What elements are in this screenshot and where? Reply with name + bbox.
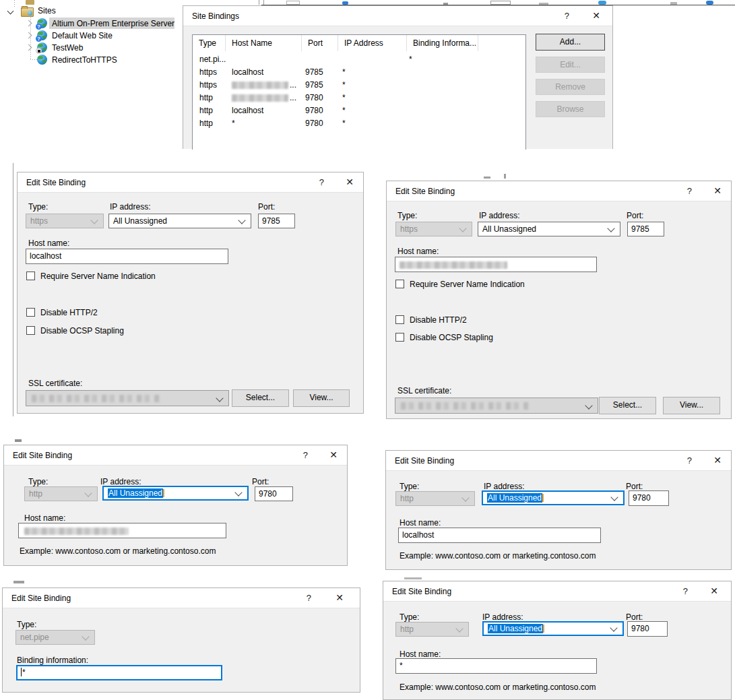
close-icon[interactable]: ✕ xyxy=(592,10,600,21)
site-globe-icon xyxy=(37,55,47,65)
table-row[interactable]: http localhost 9780 * xyxy=(193,104,525,117)
table-row[interactable]: http ... 9780 * xyxy=(193,92,525,104)
redacted-certificate-name xyxy=(32,395,160,402)
column-header-host-name[interactable]: Host Name xyxy=(226,35,302,51)
port-input[interactable]: 9780 xyxy=(629,490,669,506)
dialog-titlebar: Edit Site Binding ? ✕ xyxy=(18,172,363,193)
screenshot-canvas: Sites ? Altium On-Prem Enterprise Server… xyxy=(0,0,735,700)
chevron-down-icon xyxy=(461,494,469,501)
view-button[interactable]: View... xyxy=(293,389,350,407)
type-value: net.pipe xyxy=(20,633,49,642)
host-name-label: Host name: xyxy=(28,238,69,248)
redacted-host-name xyxy=(400,261,507,269)
port-input[interactable]: 9780 xyxy=(255,486,293,501)
tree-item-testweb[interactable]: TestWeb xyxy=(0,42,189,54)
host-name-input[interactable]: localhost xyxy=(398,528,601,543)
chevron-down-icon xyxy=(234,488,242,496)
dialog-title: Edit Site Binding xyxy=(395,456,454,466)
tree-item-redirecttohttps[interactable]: RedirectToHTTPS xyxy=(0,54,189,66)
type-value: https xyxy=(400,224,418,234)
select-button[interactable]: Select... xyxy=(599,397,656,414)
ip-address-select[interactable]: All Unassigned xyxy=(108,214,251,228)
close-icon[interactable]: ✕ xyxy=(335,592,344,603)
tree-item-sites[interactable]: Sites xyxy=(0,5,175,18)
window-fragment xyxy=(504,174,506,179)
cell-port: 9785 xyxy=(305,79,323,92)
port-label: Port: xyxy=(626,482,643,491)
column-header-ip-address[interactable]: IP Address xyxy=(338,35,407,51)
column-header-binding-information[interactable]: Binding Informa... xyxy=(407,35,478,51)
help-icon[interactable]: ? xyxy=(687,455,692,466)
require-sni-checkbox[interactable] xyxy=(26,272,35,280)
require-sni-checkbox[interactable] xyxy=(395,280,404,288)
close-icon[interactable]: ✕ xyxy=(329,449,338,460)
close-icon[interactable]: ✕ xyxy=(713,455,722,466)
ip-address-select[interactable]: All Unassigned xyxy=(478,222,620,236)
host-name-input[interactable] xyxy=(395,257,597,272)
add-button[interactable]: Add... xyxy=(536,34,605,51)
remove-button: Remove xyxy=(536,79,605,95)
disable-http2-checkbox[interactable] xyxy=(26,308,35,317)
binding-information-input[interactable]: * xyxy=(16,665,222,680)
window-fragment xyxy=(15,439,22,442)
host-name-input[interactable] xyxy=(18,523,226,538)
help-icon[interactable]: ? xyxy=(683,586,688,596)
help-icon[interactable]: ? xyxy=(303,450,308,460)
sites-folder-icon xyxy=(21,7,34,17)
view-button[interactable]: View... xyxy=(663,397,720,414)
chevron-expanded-icon[interactable] xyxy=(7,8,14,15)
site-bindings-dialog: Site Bindings ? ✕ Type Host Name Port IP… xyxy=(183,5,613,149)
help-icon[interactable]: ? xyxy=(319,177,324,187)
window-fragment xyxy=(259,0,259,5)
table-row[interactable]: net.pi... * xyxy=(193,53,525,66)
column-header-port[interactable]: Port xyxy=(302,35,338,51)
tree-item-default-web-site[interactable]: ? Default Web Site xyxy=(0,30,189,42)
dialog-title: Edit Site Binding xyxy=(392,587,451,596)
window-fragment xyxy=(539,3,548,5)
type-label: Type: xyxy=(400,612,419,622)
port-input[interactable]: 9780 xyxy=(627,621,668,637)
chevron-collapsed-icon[interactable] xyxy=(26,44,32,51)
column-header-type[interactable]: Type xyxy=(193,35,226,51)
disable-ocsp-checkbox[interactable] xyxy=(395,333,404,342)
ip-address-select[interactable]: All Unassigned xyxy=(102,486,249,501)
ip-address-value: All Unassigned xyxy=(108,488,163,498)
host-name-label: Host name: xyxy=(24,513,65,523)
ssl-certificate-select[interactable] xyxy=(395,397,598,414)
tree-item-label: Sites xyxy=(38,6,56,15)
help-icon[interactable]: ? xyxy=(687,186,692,196)
tree-item-altium-server[interactable]: ? Altium On-Prem Enterprise Server xyxy=(0,18,189,30)
type-value: http xyxy=(400,625,414,634)
cell-port: 9780 xyxy=(305,92,323,104)
port-input[interactable]: 9785 xyxy=(627,222,664,236)
tree-item-label: TestWeb xyxy=(52,43,83,53)
chevron-collapsed-icon[interactable] xyxy=(26,32,32,39)
ip-address-select[interactable]: All Unassigned xyxy=(482,490,625,505)
ssl-certificate-select[interactable] xyxy=(26,390,229,406)
help-icon[interactable]: ? xyxy=(565,11,569,21)
port-input[interactable]: 9785 xyxy=(258,214,295,228)
table-row[interactable]: https ... 9785 * xyxy=(193,79,525,92)
host-name-input[interactable]: localhost xyxy=(26,249,228,264)
type-label: Type: xyxy=(28,477,48,486)
help-icon[interactable]: ? xyxy=(307,593,311,603)
select-button[interactable]: Select... xyxy=(232,389,289,407)
table-row[interactable]: https localhost 9785 * xyxy=(193,66,525,79)
close-icon[interactable]: ✕ xyxy=(713,185,722,196)
close-icon[interactable]: ✕ xyxy=(346,177,354,187)
edit-button: Edit... xyxy=(536,57,605,73)
ip-address-select[interactable]: All Unassigned xyxy=(482,621,624,636)
ip-address-value: All Unassigned xyxy=(488,624,543,633)
site-globe-icon xyxy=(37,42,47,53)
type-value: http xyxy=(400,494,414,503)
chevron-down-icon xyxy=(585,402,592,409)
disable-http2-checkbox[interactable] xyxy=(395,315,404,324)
window-fragment xyxy=(484,177,490,179)
host-name-input[interactable]: * xyxy=(395,658,597,674)
chevron-collapsed-icon[interactable] xyxy=(26,20,32,27)
disable-ocsp-checkbox[interactable] xyxy=(26,326,35,335)
close-icon[interactable]: ✕ xyxy=(710,585,718,596)
dialog-titlebar: Edit Site Binding ? ✕ xyxy=(3,588,360,608)
type-select: https xyxy=(26,214,104,228)
table-row[interactable]: http * 9780 * xyxy=(193,117,525,130)
